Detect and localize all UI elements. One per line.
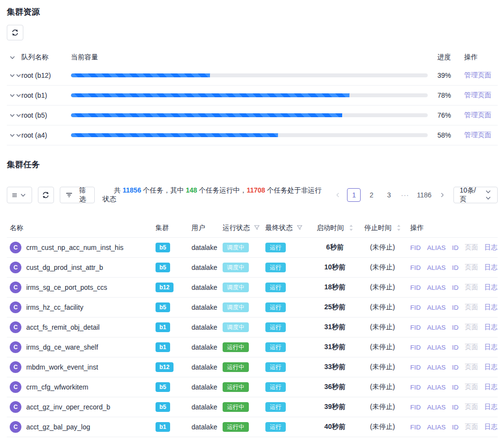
final-status-header: 最终状态: [265, 224, 293, 232]
page-link[interactable]: 页面: [465, 383, 478, 391]
expand-chevron-down-icon[interactable]: [7, 92, 21, 99]
id-link[interactable]: ID: [452, 384, 459, 391]
task-avatar: C: [10, 421, 21, 433]
expand-chevron-down-icon[interactable]: [7, 72, 21, 79]
page-link[interactable]: 页面: [465, 303, 478, 312]
run-status-tag: 运行中: [223, 342, 249, 352]
next-page-button[interactable]: [437, 188, 448, 202]
funnel-filter-icon[interactable]: [296, 225, 303, 231]
page-link[interactable]: 页面: [465, 423, 478, 431]
page-link[interactable]: 页面: [465, 323, 478, 332]
log-link[interactable]: 日志: [485, 403, 498, 411]
page-link[interactable]: 页面: [465, 263, 478, 272]
manage-page-link[interactable]: 管理页面: [464, 91, 491, 99]
id-link[interactable]: ID: [452, 344, 459, 351]
id-link[interactable]: ID: [452, 284, 459, 291]
queue-row: root (a4) 58% 管理页面: [7, 125, 498, 145]
task-name: acct_gz_inv_oper_record_b: [26, 403, 110, 411]
page-button-last[interactable]: 1186: [415, 188, 433, 202]
collapse-all-chevron-down-icon[interactable]: [7, 54, 21, 61]
log-link[interactable]: 日志: [485, 283, 498, 292]
fid-link[interactable]: FID: [410, 424, 421, 431]
log-link[interactable]: 日志: [485, 303, 498, 312]
manage-page-link[interactable]: 管理页面: [464, 111, 491, 119]
cluster-dashboard-page: 集群资源 队列名称 当前容量 进度 操作 root (b12) 39%: [0, 0, 504, 443]
expand-chevron-down-icon[interactable]: [7, 132, 21, 139]
fid-link[interactable]: FID: [410, 264, 421, 271]
page-link[interactable]: 页面: [465, 283, 478, 292]
run-status-tag: 调度中: [223, 302, 249, 312]
log-link[interactable]: 日志: [485, 423, 498, 431]
page-link[interactable]: 页面: [465, 243, 478, 252]
fid-link[interactable]: FID: [410, 284, 421, 291]
manage-page-link[interactable]: 管理页面: [464, 71, 491, 79]
alias-link[interactable]: ALIAS: [427, 244, 446, 251]
layout-grid-dropdown-button[interactable]: [7, 187, 32, 203]
queue-name: root (b1): [21, 91, 71, 99]
alias-link[interactable]: ALIAS: [427, 364, 446, 371]
alias-link[interactable]: ALIAS: [427, 264, 446, 271]
task-table: 名称 集群 用户 运行状态 最终状态 启动时间 停止时间: [7, 218, 498, 437]
log-link[interactable]: 日志: [485, 363, 498, 372]
log-link[interactable]: 日志: [485, 263, 498, 272]
log-link[interactable]: 日志: [485, 383, 498, 391]
alias-link[interactable]: ALIAS: [427, 404, 446, 411]
task-user: datalake: [191, 323, 223, 331]
page-button-2[interactable]: 2: [365, 188, 378, 202]
action-header: 操作: [410, 224, 424, 232]
manage-page-link[interactable]: 管理页面: [464, 131, 491, 139]
filter-button[interactable]: 筛选: [60, 187, 95, 203]
id-link[interactable]: ID: [452, 324, 459, 331]
progress-header: 进度: [428, 53, 451, 62]
capacity-header: 当前容量: [71, 53, 428, 62]
fid-link[interactable]: FID: [410, 364, 421, 371]
fid-link[interactable]: FID: [410, 344, 421, 351]
sort-icon[interactable]: [349, 224, 353, 231]
id-link[interactable]: ID: [452, 424, 459, 431]
log-link[interactable]: 日志: [485, 343, 498, 352]
tasks-refresh-button[interactable]: [38, 187, 54, 203]
final-status-tag: 运行: [265, 302, 286, 312]
task-user: datalake: [191, 284, 223, 291]
final-status-tag: 运行: [265, 263, 286, 272]
sort-icon[interactable]: [397, 224, 401, 231]
log-link[interactable]: 日志: [485, 323, 498, 332]
page-link[interactable]: 页面: [465, 343, 478, 352]
chevron-down-icon: [485, 189, 491, 201]
task-row: C mbdm_work_event_inst b12 datalake 运行中 …: [7, 357, 498, 377]
alias-link[interactable]: ALIAS: [427, 284, 446, 291]
alias-link[interactable]: ALIAS: [427, 384, 446, 391]
task-user: datalake: [191, 303, 223, 311]
alias-link[interactable]: ALIAS: [427, 304, 446, 311]
id-link[interactable]: ID: [452, 244, 459, 251]
page-size-select[interactable]: 10条/页: [453, 187, 498, 203]
task-row: C irms_dg_ce_ware_shelf b1 datalake 运行中 …: [7, 337, 498, 357]
id-link[interactable]: ID: [452, 404, 459, 411]
fid-link[interactable]: FID: [410, 324, 421, 331]
id-link[interactable]: ID: [452, 304, 459, 311]
task-row: C cust_dg_prod_inst_attr_b b5 datalake 调…: [7, 258, 498, 278]
id-link[interactable]: ID: [452, 364, 459, 371]
start-time: 36秒前: [311, 383, 359, 391]
fid-link[interactable]: FID: [410, 244, 421, 251]
page-ellipsis[interactable]: ···: [400, 191, 410, 199]
alias-link[interactable]: ALIAS: [427, 344, 446, 351]
page-link[interactable]: 页面: [465, 403, 478, 411]
fid-link[interactable]: FID: [410, 404, 421, 411]
capacity-progress-fill: [71, 113, 342, 117]
filter-icon: [66, 192, 72, 198]
fid-link[interactable]: FID: [410, 384, 421, 391]
fid-link[interactable]: FID: [410, 304, 421, 311]
id-link[interactable]: ID: [452, 264, 459, 271]
alias-link[interactable]: ALIAS: [427, 424, 446, 431]
expand-chevron-down-icon[interactable]: [7, 112, 21, 119]
alias-link[interactable]: ALIAS: [427, 324, 446, 331]
resources-refresh-button[interactable]: [7, 25, 23, 40]
prev-page-button[interactable]: [332, 188, 343, 202]
funnel-filter-icon[interactable]: [254, 225, 260, 231]
page-button-1[interactable]: 1: [347, 188, 361, 202]
page-button-3[interactable]: 3: [382, 188, 396, 202]
capacity-progress-bar: [71, 113, 428, 117]
log-link[interactable]: 日志: [485, 243, 498, 252]
page-link[interactable]: 页面: [465, 363, 478, 372]
